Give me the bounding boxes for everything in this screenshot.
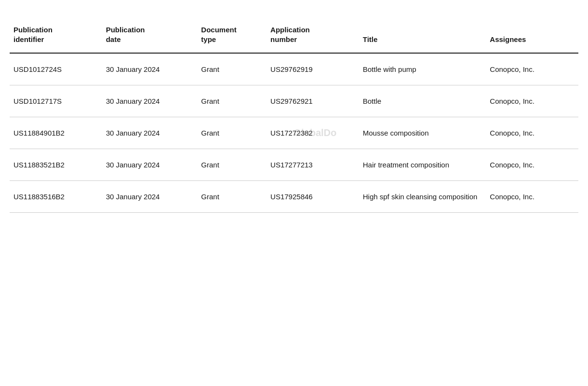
cell-app-num: US17925846 xyxy=(267,180,359,212)
cell-app-num: US17272382GlobalDo xyxy=(267,117,359,149)
cell-assignees: Conopco, Inc. xyxy=(486,53,578,85)
cell-title: Bottle with pump xyxy=(359,53,486,85)
cell-assignees: Conopco, Inc. xyxy=(486,85,578,117)
cell-pub-id: US11883521B2 xyxy=(10,149,102,180)
cell-title: Bottle xyxy=(359,85,486,117)
table-header-row: Publicationidentifier Publicationdate Do… xyxy=(10,19,578,53)
cell-pub-id: USD1012724S xyxy=(10,53,102,85)
col-header-assignees: Assignees xyxy=(486,19,578,53)
col-header-doc-type: Documenttype xyxy=(197,19,267,53)
cell-app-num: US29762921 xyxy=(267,85,359,117)
cell-doc-type: Grant xyxy=(197,180,267,212)
col-header-pub-id: Publicationidentifier xyxy=(10,19,102,53)
cell-doc-type: Grant xyxy=(197,85,267,117)
table-row: USD1012717S30 January 2024GrantUS2976292… xyxy=(10,85,578,117)
cell-assignees: Conopco, Inc. xyxy=(486,117,578,149)
col-header-app-num: Applicationnumber xyxy=(267,19,359,53)
table-row: US11883521B230 January 2024GrantUS172772… xyxy=(10,149,578,180)
cell-doc-type: Grant xyxy=(197,149,267,180)
cell-app-num: US17277213 xyxy=(267,149,359,180)
col-header-title: Title xyxy=(359,19,486,53)
cell-pub-id: US11884901B2 xyxy=(10,117,102,149)
cell-title: Mousse composition xyxy=(359,117,486,149)
cell-pub-date: 30 January 2024 xyxy=(102,85,198,117)
table-row: USD1012724S30 January 2024GrantUS2976291… xyxy=(10,53,578,85)
cell-pub-id: USD1012717S xyxy=(10,85,102,117)
cell-assignees: Conopco, Inc. xyxy=(486,180,578,212)
cell-title: Hair treatment composition xyxy=(359,149,486,180)
cell-pub-id: US11883516B2 xyxy=(10,180,102,212)
patent-table: Publicationidentifier Publicationdate Do… xyxy=(10,19,578,213)
cell-app-num: US29762919 xyxy=(267,53,359,85)
cell-pub-date: 30 January 2024 xyxy=(102,149,198,180)
cell-pub-date: 30 January 2024 xyxy=(102,117,198,149)
patent-table-container: Publicationidentifier Publicationdate Do… xyxy=(10,19,578,213)
table-row: US11884901B230 January 2024GrantUS172723… xyxy=(10,117,578,149)
cell-pub-date: 30 January 2024 xyxy=(102,180,198,212)
col-header-pub-date: Publicationdate xyxy=(102,19,198,53)
cell-assignees: Conopco, Inc. xyxy=(486,149,578,180)
cell-doc-type: Grant xyxy=(197,117,267,149)
cell-doc-type: Grant xyxy=(197,53,267,85)
cell-title: High spf skin cleansing composition xyxy=(359,180,486,212)
cell-pub-date: 30 January 2024 xyxy=(102,53,198,85)
table-row: US11883516B230 January 2024GrantUS179258… xyxy=(10,180,578,212)
